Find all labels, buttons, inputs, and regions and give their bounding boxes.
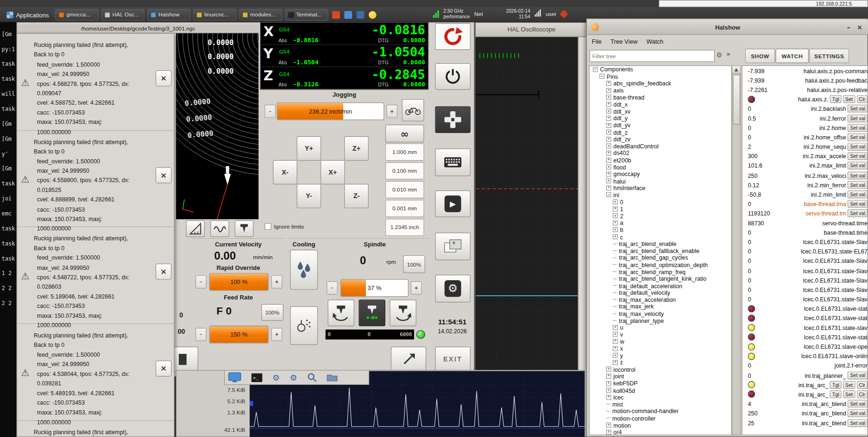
tree-item-label[interactable]: z — [620, 359, 623, 366]
tree-item[interactable]: + ds402 — [590, 150, 731, 157]
taskbar-window-button[interactable]: linuxcnc... — [193, 9, 236, 21]
applications-menu[interactable]: Applications ⋮ — [3, 9, 61, 21]
close-icon[interactable]: × — [855, 22, 865, 32]
tree-item[interactable]: + or4 — [590, 429, 731, 435]
tree-expander-icon[interactable]: + — [606, 144, 611, 149]
tree-item[interactable]: traj_arc_blend_enable — [590, 240, 731, 247]
dimensions-button[interactable] — [186, 221, 205, 237]
close-message-button[interactable]: × — [156, 70, 172, 86]
watch-action-button[interactable]: Set — [843, 95, 855, 103]
watch-action-button[interactable]: Set — [843, 391, 855, 399]
tree-item[interactable]: + ddt_yv — [590, 122, 731, 129]
tree-item[interactable]: + ddt_xv — [590, 108, 731, 115]
tree-item-label[interactable]: motion — [613, 422, 631, 429]
tree-item[interactable]: + a — [590, 219, 731, 226]
rapid-override-slider[interactable]: 100 % — [209, 273, 268, 291]
tree-item[interactable]: + base-thread — [590, 94, 731, 101]
tree-item-label[interactable]: traj_max_velocity — [619, 310, 664, 317]
spindle-cw-button[interactable] — [390, 299, 417, 326]
tree-expander-icon[interactable]: + — [606, 374, 611, 379]
tree-expander-icon[interactable]: − — [593, 67, 598, 72]
keyboard-button[interactable] — [435, 148, 471, 176]
tree-item[interactable]: traj_max_velocity — [590, 310, 731, 317]
tree-expander-icon[interactable]: + — [606, 158, 611, 163]
tray-icon[interactable] — [344, 11, 352, 19]
tree-expander-icon[interactable]: − — [606, 192, 611, 198]
tree-item-label[interactable]: ddt_y — [613, 115, 627, 122]
tree-expander-icon[interactable]: + — [606, 137, 611, 142]
tree-item[interactable]: + hmiInterface — [590, 184, 731, 192]
watch-action-button[interactable]: Set val — [848, 105, 868, 113]
halshow-tab[interactable]: WATCH — [776, 49, 809, 63]
watch-pin-label[interactable]: ini.2.max_limit — [809, 162, 846, 169]
tree-item[interactable]: + u — [590, 324, 731, 331]
filter-tree-input[interactable] — [590, 50, 715, 62]
tree-expander-icon[interactable]: + — [613, 332, 618, 337]
axis-jog-button[interactable]: X- — [273, 160, 297, 184]
taskbar-window-button[interactable]: gmocca... — [55, 9, 99, 21]
axis-jog-button[interactable]: Y+ — [297, 136, 321, 161]
spindle-ccw-button[interactable] — [327, 299, 354, 326]
tree-expander-icon[interactable]: + — [606, 429, 611, 435]
tree-item[interactable]: motion-command-handler — [590, 407, 731, 414]
tree-item-label[interactable]: u — [620, 324, 623, 331]
jog-speed-toggle-button[interactable] — [402, 99, 424, 121]
increment-button[interactable]: 1.000 mm — [385, 144, 424, 161]
watch-pin-label[interactable]: ini.traj_arc_ — [799, 391, 829, 398]
watch-pin-label[interactable]: ini.traj_arc_ — [799, 382, 829, 388]
tree-item[interactable]: + halui — [590, 177, 731, 184]
watch-action-button[interactable]: Clr — [857, 95, 868, 103]
tree-expander-icon[interactable]: + — [613, 339, 618, 344]
tool-view-button[interactable] — [235, 221, 253, 237]
tree-item-label[interactable]: 2 — [620, 213, 623, 219]
tree-item[interactable]: + ddt_zv — [590, 136, 731, 143]
tree-expander-icon[interactable]: + — [613, 220, 618, 225]
tree-item-label[interactable]: flood — [613, 164, 626, 170]
tree-item-label[interactable]: ini — [613, 192, 619, 198]
tree-expander-icon[interactable]: + — [606, 395, 611, 400]
tree-item[interactable]: + lcec — [590, 394, 731, 401]
tree-item-label[interactable]: a — [620, 220, 623, 226]
watch-action-button[interactable]: Set val — [848, 419, 868, 427]
watch-action-button[interactable]: Set val — [848, 200, 868, 208]
watch-action-button[interactable]: Set val — [848, 124, 868, 132]
tree-item[interactable]: + ddt_z — [590, 129, 731, 136]
tree-item[interactable]: traj_arc_blend_gap_cycles — [590, 254, 731, 261]
tree-expander-icon[interactable]: + — [613, 353, 618, 358]
spindle-override-slider[interactable]: 37 % — [341, 279, 409, 297]
view-pages-button[interactable] — [435, 233, 471, 261]
tree-item-label[interactable]: lcec — [613, 394, 624, 400]
overflow-chevrons[interactable]: » — [726, 50, 731, 58]
watch-pin-label[interactable]: ini.2.max_veloci — [805, 172, 846, 179]
tree-item-label[interactable]: traj_arc_blend_tangent_kink_ratio — [619, 276, 707, 282]
axis-jog-button[interactable]: Z+ — [344, 136, 369, 161]
watch-action-button[interactable]: Set val — [848, 162, 868, 170]
tree-expander-icon[interactable]: + — [606, 81, 611, 86]
tree-item-label[interactable]: ddt_xv — [613, 108, 631, 115]
watch-pin-label[interactable]: lcec.0.EL6731.slave-onlin — [801, 353, 868, 360]
watch-pin-label[interactable]: lcec.0.EL6731.state-Slav — [803, 258, 868, 264]
tree-item[interactable]: traj_arc_blend_ramp_freq — [590, 268, 731, 275]
watch-pin-label[interactable]: joint.2.f-error — [835, 362, 868, 369]
tree-expander-icon[interactable]: + — [613, 234, 618, 239]
run-mode-button[interactable]: ▶ — [435, 191, 471, 217]
tree-item-label[interactable]: Pins — [607, 73, 618, 80]
flood-coolant-button[interactable] — [290, 250, 318, 290]
tree-item-label[interactable]: w — [620, 338, 624, 345]
watch-pin-label[interactable]: ini.traj_arc_blend — [802, 410, 846, 416]
tree-item-label[interactable]: traj_max_acceleration — [619, 296, 676, 303]
menu-file[interactable]: File — [592, 38, 602, 45]
watch-action-button[interactable]: Tgl — [830, 381, 841, 389]
jog-mode-button[interactable] — [435, 107, 471, 133]
taskbar-window-button[interactable]: Terminal... — [285, 9, 328, 21]
watch-pin-label[interactable]: lcec.0.EL6731.slave-stat — [804, 315, 868, 322]
close-message-button[interactable]: × — [156, 264, 172, 280]
tree-item-label[interactable]: b — [620, 227, 623, 233]
tree-expander-icon[interactable]: + — [613, 360, 618, 365]
axis-jog-button[interactable]: Y- — [297, 184, 321, 208]
watch-pin-label[interactable]: ini.traj_planner_ — [805, 372, 846, 378]
tree-item[interactable]: + kebF5DP — [590, 380, 731, 387]
tree-expander-icon[interactable]: + — [606, 151, 611, 156]
minimize-icon[interactable]: – — [844, 22, 853, 32]
tree-item[interactable]: traj_default_velocity — [590, 289, 731, 296]
